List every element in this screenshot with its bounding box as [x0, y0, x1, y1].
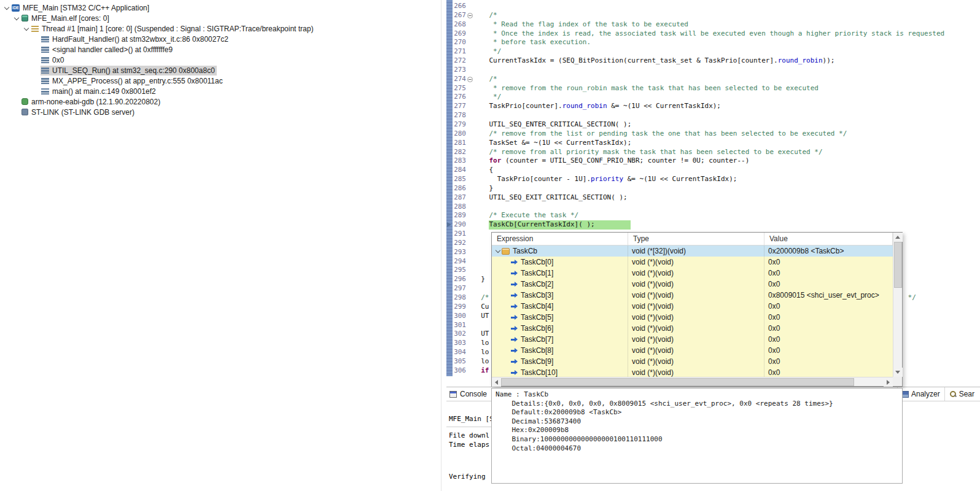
debug-tree-row[interactable]: Thread #1 [main] 1 [core: 0] (Suspended …	[0, 23, 441, 34]
value-text: 0x0	[768, 313, 780, 322]
fold-spacer	[467, 166, 473, 175]
expression-row[interactable]: TaskCb[0]void (*)(void)0x0	[492, 257, 893, 268]
code-line[interactable]: 285 TaskPrio[counter - 1U].priority &= ~…	[446, 175, 980, 184]
scroll-down-icon[interactable]	[893, 368, 903, 377]
expression-row[interactable]: TaskCb[6]void (*)(void)0x0	[492, 323, 893, 334]
expander-icon	[14, 99, 20, 105]
debug-tree-row[interactable]: <signal handler called>() at 0xfffffffe9	[0, 44, 441, 55]
code-line[interactable]: 272 CurrentTaskIdx = (SEQ_BitPosition(cu…	[446, 56, 980, 66]
debug-tree-row[interactable]: MFE_Main.elf [cores: 0]	[0, 13, 441, 23]
debug-tree-row[interactable]: arm-none-eabi-gdb (12.1.90.20220802)	[0, 96, 441, 107]
expression-row[interactable]: TaskCb[4]void (*)(void)0x0	[492, 301, 893, 312]
debug-tree-row[interactable]: HardFault_Handler() at stm32wbxx_it.c:86…	[0, 34, 441, 44]
debug-view: MFE_Main [STM32 C/C++ Application]MFE_Ma…	[0, 0, 441, 491]
code-line[interactable]: 279 UTIL_SEQ_ENTER_CRITICAL_SECTION( );	[446, 120, 980, 130]
debug-tree-row[interactable]: ST-LINK (ST-LINK GDB server)	[0, 107, 441, 117]
vertical-scrollbar[interactable]	[893, 233, 902, 377]
detail-line: Decimal:536873400	[496, 417, 898, 427]
code-line[interactable]: 266	[446, 2, 980, 11]
code-text: }	[473, 184, 980, 193]
tab-console[interactable]: Console	[446, 387, 492, 401]
line-number: 296	[453, 275, 467, 284]
scroll-right-icon[interactable]	[884, 377, 893, 387]
code-line[interactable]: 290 TaskCb[CurrentTaskIdx]( );	[446, 220, 980, 230]
code-line[interactable]: 286 }	[446, 184, 980, 193]
code-line[interactable]: 280 /* remove from the list or pending t…	[446, 130, 980, 139]
code-line[interactable]: 271 */	[446, 47, 980, 56]
horizontal-scrollbar[interactable]	[492, 377, 893, 386]
thread-icon	[31, 26, 39, 32]
line-number: 279	[453, 120, 467, 130]
code-line[interactable]: 289 /* Execute the task */	[446, 211, 980, 220]
expression-row[interactable]: TaskCb[1]void (*)(void)0x0	[492, 268, 893, 279]
line-number: 276	[453, 93, 467, 102]
code-line[interactable]: 273	[446, 66, 980, 75]
expander-icon[interactable]	[14, 15, 20, 21]
tab-analyzer[interactable]: Analyzer	[897, 387, 944, 401]
code-line[interactable]: 269 * Once the index is read, the associ…	[446, 29, 980, 39]
expression-row[interactable]: TaskCb[5]void (*)(void)0x0	[492, 312, 893, 323]
expander-icon	[33, 47, 39, 53]
debug-tree-row[interactable]: 0x0	[0, 55, 441, 65]
scroll-left-icon[interactable]	[492, 377, 501, 387]
debug-tree-row[interactable]: UTIL_SEQ_Run() at stm32_seq.c:290 0x800a…	[0, 65, 441, 75]
expression-row[interactable]: TaskCb[10]void (*)(void)0x0	[492, 367, 893, 377]
code-line[interactable]: 268 * Read the flag index of the task to…	[446, 20, 980, 29]
code-line[interactable]: 282 /* remove from all priority mask the…	[446, 148, 980, 157]
code-line[interactable]: 287 UTIL_SEQ_EXIT_CRITICAL_SECTION( );	[446, 193, 980, 203]
code-line[interactable]: 277 TaskPrio[counter].round_robin &= ~(1…	[446, 102, 980, 111]
code-line[interactable]: 275 * remove from the roun_robin mask th…	[446, 84, 980, 93]
expression-row[interactable]: TaskCb[7]void (*)(void)0x0	[492, 334, 893, 345]
variable-pointer-icon	[510, 314, 518, 320]
debug-tree-row[interactable]: MFE_Main [STM32 C/C++ Application]	[0, 2, 441, 13]
right-view-tabs: AnalyzerSear	[897, 387, 979, 401]
debug-tree-row[interactable]: main() at main.c:149 0x8001ef2	[0, 86, 441, 96]
expander-icon[interactable]	[23, 26, 29, 32]
code-line[interactable]: 267 /*	[446, 11, 980, 20]
code-line[interactable]: 278	[446, 111, 980, 120]
tab-sear[interactable]: Sear	[944, 387, 979, 401]
code-line[interactable]: 288	[446, 203, 980, 212]
expander-icon[interactable]	[494, 248, 502, 254]
code-line[interactable]: 270 * before task execution.	[446, 38, 980, 47]
value-text: 0x0	[768, 280, 780, 288]
code-line[interactable]: 283 for (counter = UTIL_SEQ_CONF_PRIO_NB…	[446, 157, 980, 166]
horizontal-scroll-thumb[interactable]	[501, 378, 854, 386]
code-line[interactable]: 276 */	[446, 93, 980, 102]
code-line[interactable]: 284 {	[446, 166, 980, 175]
fold-spacer	[467, 211, 473, 220]
line-number: 282	[453, 148, 467, 157]
expression-cell: TaskCb[7]	[492, 334, 628, 345]
value-text: 0x0	[768, 324, 780, 333]
expression-row[interactable]: TaskCbvoid (*[32])(void)0x200009b8 <Task…	[492, 246, 893, 257]
tree-row-label: Thread #1 [main] 1 [core: 0] (Suspended …	[42, 25, 313, 33]
debug-tree-row[interactable]: MX_APPE_Process() at app_entry.c:555 0x8…	[0, 75, 441, 86]
expression-cell: TaskCb[4]	[492, 301, 628, 312]
code-line[interactable]: 281 TaskSet &= ~(1U << CurrentTaskIdx);	[446, 139, 980, 148]
column-header-expression[interactable]: Expression	[492, 233, 628, 245]
scroll-up-icon[interactable]	[893, 233, 903, 242]
type-text: void (*)(void)	[632, 324, 674, 333]
expression-row[interactable]: TaskCb[8]void (*)(void)0x0	[492, 345, 893, 356]
fold-collapse-icon[interactable]	[467, 11, 473, 20]
vertical-scroll-thumb[interactable]	[894, 242, 902, 288]
fold-collapse-icon[interactable]	[467, 75, 473, 84]
expander-icon[interactable]	[4, 5, 10, 11]
code-text	[473, 66, 980, 75]
code-text: UTIL_SEQ_EXIT_CRITICAL_SECTION( );	[473, 193, 980, 203]
fold-spacer	[467, 20, 473, 29]
expression-row[interactable]: TaskCb[9]void (*)(void)0x0	[492, 356, 893, 367]
expressions-hover-popup: Expression Type Value TaskCbvoid (*[32])…	[491, 232, 903, 387]
fold-spacer	[467, 29, 473, 39]
expression-row[interactable]: TaskCb[3]void (*)(void)0x8009015 <shci_u…	[492, 290, 893, 301]
expression-row[interactable]: TaskCb[2]void (*)(void)0x0	[492, 279, 893, 290]
line-number: 273	[453, 66, 467, 75]
variable-pointer-icon	[510, 347, 518, 354]
code-text: {	[473, 166, 980, 175]
instruction-pointer-icon	[447, 222, 451, 227]
tree-row-core: 0x0	[41, 55, 66, 65]
code-line[interactable]: 274 /*	[446, 75, 980, 84]
column-header-type[interactable]: Type	[628, 233, 764, 245]
expression-cell: TaskCb[3]	[492, 290, 628, 301]
column-header-value[interactable]: Value	[764, 233, 893, 245]
